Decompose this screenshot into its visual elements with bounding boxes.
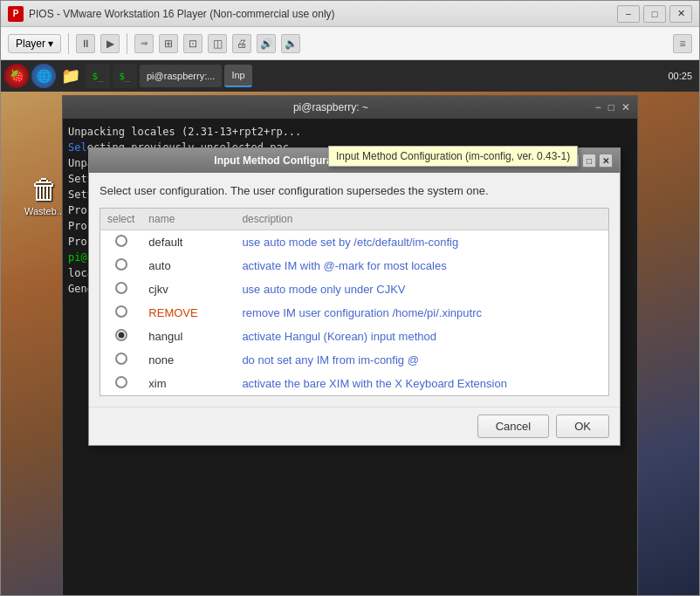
desktop: P PIOS - VMware Workstation 16 Player (N… <box>0 0 700 596</box>
col-description: description <box>235 209 608 230</box>
vm-taskbar: 🍓 🌐 📁 $_ $_ <box>1 60 699 92</box>
table-row[interactable]: xim activate the bare XIM with the X Key… <box>100 372 609 396</box>
radio-button-auto[interactable] <box>115 258 127 271</box>
ok-button[interactable]: OK <box>556 414 609 438</box>
name-cell-remove: REMOVE <box>141 301 235 325</box>
taskbar-folder-icon[interactable]: 📁 <box>58 64 83 88</box>
table-header-row: select name description <box>100 209 609 230</box>
radio-cell-default[interactable] <box>100 230 142 255</box>
terminal-title: pi@raspberry: ~ <box>70 101 592 113</box>
name-cell-hangul: hangul <box>141 325 235 348</box>
toolbar-separator-1 <box>68 33 69 54</box>
im-table-container: select name description <box>100 208 609 396</box>
minimize-button[interactable]: − <box>617 5 640 23</box>
radio-cell-cjkv[interactable] <box>100 277 142 301</box>
radio-cell-none[interactable] <box>100 348 142 372</box>
radio-cell-hangul[interactable] <box>100 325 142 348</box>
close-button[interactable]: ✕ <box>669 5 692 23</box>
radio-button-remove[interactable] <box>115 305 127 318</box>
desc-cell-auto: activate IM with @-mark for most locales <box>235 254 608 277</box>
send-ctrl-alt-del-button[interactable]: ⇒ <box>134 34 154 53</box>
desc-cell-remove: remove IM user configuration /home/pi/.x… <box>235 301 608 325</box>
name-cell-auto: auto <box>141 254 235 277</box>
vmware-titlebar: P PIOS - VMware Workstation 16 Player (N… <box>1 1 699 27</box>
radio-cell-remove[interactable] <box>100 301 142 325</box>
name-cell-cjkv: cjkv <box>141 277 235 301</box>
cancel-button[interactable]: Cancel <box>477 414 549 438</box>
table-row[interactable]: cjkv use auto mode only under CJKV <box>100 277 609 301</box>
taskbar-terminal-icon[interactable]: $_ <box>86 64 110 88</box>
desc-cell-default: use auto mode set by /etc/default/im-con… <box>235 230 608 255</box>
vm-desktop: 🍓 🌐 📁 $_ $_ <box>1 60 699 595</box>
taskbar-terminal2-icon[interactable]: $_ <box>113 64 137 88</box>
pause-button[interactable]: ⏸ <box>76 34 95 53</box>
terminal-maximize-icon[interactable]: □ <box>608 101 614 113</box>
radio-button-hangul[interactable] <box>115 329 127 341</box>
taskbar-raspberry-icon[interactable]: 🍓 <box>4 64 29 88</box>
name-cell-default: default <box>141 230 235 255</box>
terminal-close-icon[interactable]: ✕ <box>621 101 630 113</box>
desc-cell-none: do not set any IM from im-config @ <box>235 348 608 372</box>
table-row[interactable]: hangul activate Hangul (Korean) input me… <box>100 325 609 348</box>
toolbar-separator-2 <box>127 33 127 54</box>
mute-button[interactable]: 🔈 <box>281 34 300 53</box>
table-row[interactable]: REMOVE remove IM user configuration /hom… <box>100 301 609 325</box>
desc-cell-cjkv: use auto mode only under CJKV <box>235 277 608 301</box>
radio-button-none[interactable] <box>115 353 127 365</box>
vm-content: 🍓 🌐 📁 $_ $_ <box>1 60 699 595</box>
radio-cell-xim[interactable] <box>100 372 142 396</box>
col-name: name <box>141 209 235 230</box>
name-cell-xim: xim <box>141 372 235 396</box>
player-menu-button[interactable]: Player ▾ <box>8 34 61 53</box>
vmware-window: P PIOS - VMware Workstation 16 Player (N… <box>0 0 700 596</box>
maximize-button[interactable]: □ <box>643 5 666 23</box>
vmware-logo-icon: P <box>8 6 24 22</box>
table-row[interactable]: default use auto mode set by /etc/defaul… <box>100 230 609 255</box>
taskbar-clock: 00:25 <box>668 71 696 81</box>
table-row[interactable]: none do not set any IM from im-config @ <box>100 348 609 372</box>
table-row[interactable]: auto activate IM with @-mark for most lo… <box>100 254 609 277</box>
dialog-body: Select user configuration. The user conf… <box>89 173 620 407</box>
dialog-description: Select user configuration. The user conf… <box>100 183 609 199</box>
tooltip-imconfig: Input Method Configuration (im-config, v… <box>328 146 578 167</box>
play-button[interactable]: ▶ <box>100 34 120 53</box>
taskbar-globe-icon[interactable]: 🌐 <box>31 64 56 88</box>
dropdown-arrow-icon: ▾ <box>48 38 53 50</box>
radio-button-cjkv[interactable] <box>115 282 127 294</box>
im-options-table: select name description <box>100 208 609 396</box>
terminal-minimize-icon[interactable]: − <box>595 101 601 113</box>
desc-cell-hangul: activate Hangul (Korean) input method <box>235 325 608 348</box>
taskbar-app-terminal[interactable]: pi@raspberry:... <box>140 65 222 87</box>
dialog-footer: Cancel OK <box>89 407 620 445</box>
terminal-titlebar: pi@raspberry: ~ − □ ✕ <box>63 96 637 119</box>
vmware-title: PIOS - VMware Workstation 16 Player (Non… <box>29 8 617 20</box>
snapshot-button[interactable]: ◫ <box>208 34 227 53</box>
radio-button-default[interactable] <box>115 235 127 247</box>
dialog-close-button[interactable]: ✕ <box>599 154 613 168</box>
vmware-window-controls: − □ ✕ <box>617 5 692 23</box>
dialog-maximize-button[interactable]: □ <box>582 154 596 168</box>
settings-button[interactable]: ≡ <box>673 34 692 53</box>
print-button[interactable]: 🖨 <box>232 34 251 53</box>
desc-cell-xim: activate the bare XIM with the X Keyboar… <box>235 372 608 396</box>
terminal-line-1: Unpacking locales (2.31-13+rpt2+rp... <box>68 124 632 140</box>
name-cell-none: none <box>141 348 235 372</box>
taskbar-app-imconfig[interactable]: Inp <box>224 65 251 87</box>
fullscreen-button[interactable]: ⊞ <box>159 34 178 53</box>
radio-cell-auto[interactable] <box>100 254 142 277</box>
radio-button-xim[interactable] <box>115 376 127 388</box>
im-config-dialog: Input Method Configuration (im-config, v… <box>88 147 621 446</box>
unity-button[interactable]: ⊡ <box>183 34 202 53</box>
audio-button[interactable]: 🔊 <box>257 34 276 53</box>
vmware-toolbar: Player ▾ ⏸ ▶ ⇒ ⊞ ⊡ ◫ 🖨 🔊 🔈 ≡ <box>1 27 699 60</box>
col-select: select <box>100 209 142 230</box>
